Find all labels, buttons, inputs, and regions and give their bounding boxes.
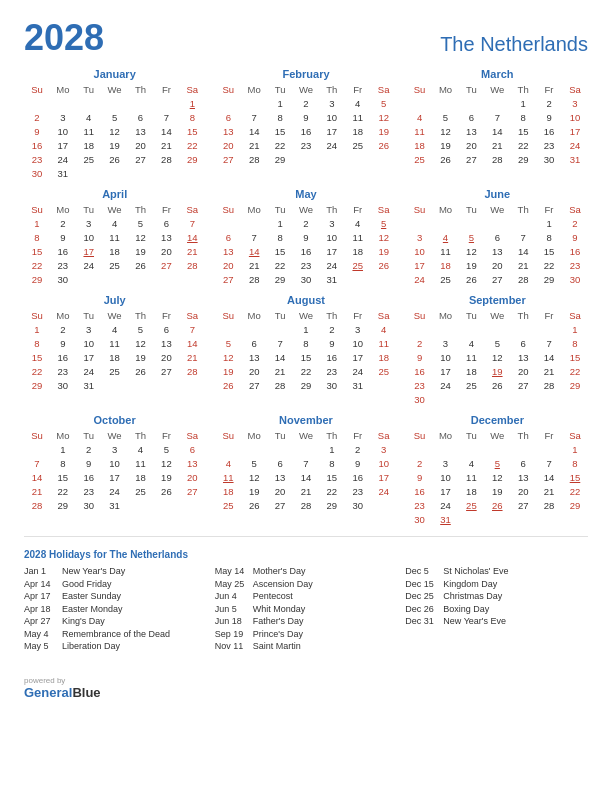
cal-cell (179, 166, 205, 180)
holiday-date: May 5 (24, 641, 56, 651)
day-header-tu: Tu (458, 203, 484, 216)
cal-cell: 6 (510, 456, 536, 470)
cal-cell: 14 (179, 336, 205, 350)
cal-cell (319, 152, 345, 166)
cal-cell: 31 (102, 498, 128, 512)
cal-cell: 19 (241, 484, 267, 498)
holiday-date: Sep 19 (215, 629, 247, 639)
cal-cell: 6 (153, 216, 179, 230)
cal-cell: 3 (433, 456, 459, 470)
cal-cell: 13 (484, 244, 510, 258)
cal-cell: 18 (128, 470, 154, 484)
cal-cell: 24 (345, 364, 371, 378)
cal-cell: 22 (562, 364, 588, 378)
cal-cell (536, 442, 562, 456)
cal-cell: 28 (510, 272, 536, 286)
cal-cell (76, 166, 102, 180)
cal-cell: 16 (50, 244, 76, 258)
cal-cell (153, 96, 179, 110)
cal-cell: 23 (345, 484, 371, 498)
cal-cell: 16 (76, 470, 102, 484)
cal-cell: 5 (433, 110, 459, 124)
holiday-date: May 4 (24, 629, 56, 639)
cal-cell (484, 216, 510, 230)
holiday-name: Pentecost (253, 591, 293, 601)
cal-cell: 27 (215, 272, 241, 286)
cal-cell: 13 (241, 350, 267, 364)
cal-cell (484, 512, 510, 526)
cal-cell: 2 (562, 216, 588, 230)
day-header-fr: Fr (345, 429, 371, 442)
day-header-th: Th (510, 83, 536, 96)
cal-cell: 12 (371, 110, 397, 124)
month-name-february: February (215, 68, 396, 80)
cal-cell (458, 322, 484, 336)
cal-cell (179, 498, 205, 512)
cal-cell: 13 (215, 124, 241, 138)
holiday-item: Nov 11Saint Martin (215, 641, 398, 651)
holiday-item: Sep 19Prince's Day (215, 629, 398, 639)
cal-cell (24, 442, 50, 456)
cal-cell: 19 (128, 350, 154, 364)
cal-cell: 26 (371, 258, 397, 272)
cal-cell (102, 378, 128, 392)
cal-cell (153, 498, 179, 512)
cal-cell: 30 (76, 498, 102, 512)
cal-cell: 19 (433, 138, 459, 152)
cal-cell: 9 (319, 336, 345, 350)
cal-cell: 11 (458, 470, 484, 484)
cal-cell: 29 (24, 272, 50, 286)
cal-cell: 14 (536, 470, 562, 484)
cal-cell: 22 (179, 138, 205, 152)
cal-cell: 11 (345, 230, 371, 244)
cal-cell: 2 (319, 322, 345, 336)
cal-cell (76, 272, 102, 286)
day-header-tu: Tu (76, 309, 102, 322)
cal-cell (433, 392, 459, 406)
cal-cell: 16 (293, 124, 319, 138)
holiday-name: Christmas Day (443, 591, 502, 601)
cal-cell: 18 (102, 244, 128, 258)
month-july: JulySuMoTuWeThFrSa1234567891011121314151… (24, 294, 205, 406)
day-header-tu: Tu (76, 429, 102, 442)
cal-cell: 9 (293, 110, 319, 124)
cal-cell: 17 (562, 124, 588, 138)
cal-cell: 18 (407, 138, 433, 152)
holiday-date: Apr 27 (24, 616, 56, 626)
cal-cell: 13 (267, 470, 293, 484)
month-june: JuneSuMoTuWeThFrSa1234567891011121314151… (407, 188, 588, 286)
cal-cell (510, 392, 536, 406)
cal-cell (484, 442, 510, 456)
cal-cell: 21 (293, 484, 319, 498)
cal-cell: 21 (24, 484, 50, 498)
cal-cell: 7 (293, 456, 319, 470)
cal-cell: 28 (267, 378, 293, 392)
cal-cell: 31 (319, 272, 345, 286)
cal-cell: 30 (293, 272, 319, 286)
calendar-table-february: SuMoTuWeThFrSa12345678910111213141516171… (215, 83, 396, 166)
cal-cell: 31 (433, 512, 459, 526)
day-header-th: Th (128, 429, 154, 442)
cal-cell (484, 392, 510, 406)
day-header-we: We (293, 309, 319, 322)
cal-cell: 5 (128, 216, 154, 230)
cal-cell: 29 (267, 272, 293, 286)
holiday-item: Dec 25Christmas Day (405, 591, 588, 601)
cal-cell: 7 (536, 456, 562, 470)
holiday-date: Apr 14 (24, 579, 56, 589)
cal-cell: 21 (153, 138, 179, 152)
cal-cell: 22 (319, 484, 345, 498)
cal-cell: 3 (102, 442, 128, 456)
calendar-table-august: SuMoTuWeThFrSa12345678910111213141516171… (215, 309, 396, 392)
cal-cell: 2 (345, 442, 371, 456)
cal-cell: 14 (241, 124, 267, 138)
holiday-date: May 14 (215, 566, 247, 576)
day-header-fr: Fr (153, 203, 179, 216)
cal-cell: 17 (433, 364, 459, 378)
day-header-su: Su (215, 203, 241, 216)
cal-cell: 21 (484, 138, 510, 152)
day-header-we: We (293, 429, 319, 442)
cal-cell: 7 (153, 110, 179, 124)
cal-cell: 4 (215, 456, 241, 470)
cal-cell: 9 (345, 456, 371, 470)
